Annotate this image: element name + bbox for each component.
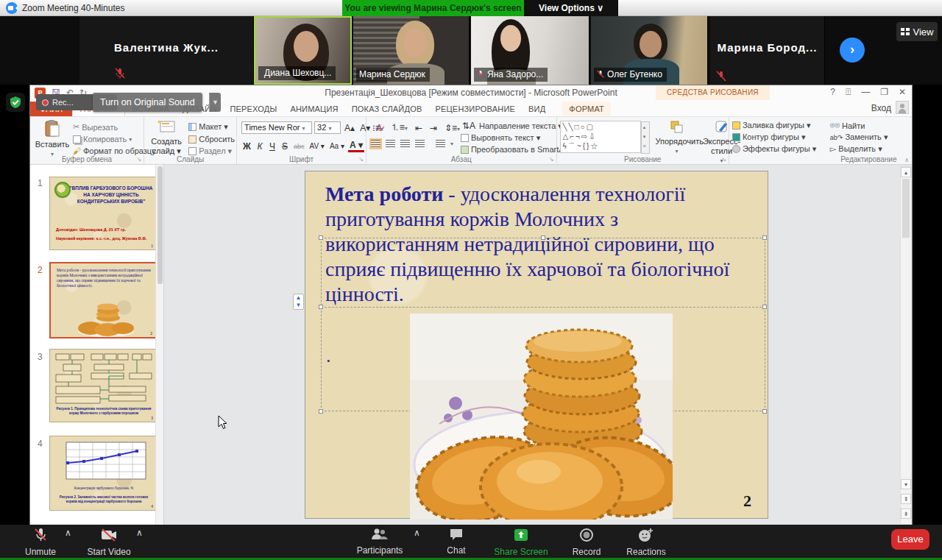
share-screen-button[interactable]: Share Screen xyxy=(489,528,553,557)
layout-button[interactable]: Макет ▾ xyxy=(188,122,235,132)
leave-button[interactable]: Leave xyxy=(891,529,929,550)
align-center-button[interactable] xyxy=(386,140,395,148)
thumbnail-slide-3[interactable]: Рисунок 1. Принципова технологічна схема… xyxy=(49,349,157,422)
slide-canvas[interactable]: Мета роботи - удосконалення технології п… xyxy=(305,171,768,519)
video-options-caret[interactable]: ∧ xyxy=(136,528,143,538)
grow-font-button[interactable]: А▴ xyxy=(343,123,356,133)
tab-review[interactable]: РЕЦЕНЗИРОВАНИЕ xyxy=(428,102,522,116)
mic-options-caret[interactable]: ∧ xyxy=(65,528,71,538)
font-color-button[interactable]: А ▾ xyxy=(348,140,364,152)
scroll-thumb[interactable] xyxy=(902,179,910,238)
view-layout-button[interactable]: View xyxy=(896,22,938,41)
participants-caret[interactable]: ∧ xyxy=(414,528,420,538)
tab-format[interactable]: ФОРМАТ xyxy=(562,102,611,116)
character-spacing-button[interactable]: AV ▾ xyxy=(308,142,325,150)
bold-button[interactable]: Ж xyxy=(241,141,252,152)
dialog-launcher-icon[interactable]: ↘ xyxy=(721,156,726,163)
participant-tile-diana-active-speaker[interactable]: Диана Шеховц... xyxy=(254,16,352,85)
participant-tile-borod[interactable]: Марина Бород... xyxy=(710,16,825,85)
thumbnail-slide-1[interactable]: "ВПЛИВ ГАРБУЗОВОГО БОРОШНА НА ХАРЧОВУ ЦІ… xyxy=(49,177,157,250)
resize-handle[interactable] xyxy=(319,305,323,309)
thumbnail-slide-4[interactable]: Концентрація гарбузового борошна, % Рису… xyxy=(49,436,157,511)
decrease-indent-icon[interactable]: ⇤ xyxy=(414,123,424,133)
participant-tile-yana[interactable]: Яна Задоро... xyxy=(471,16,589,85)
increase-indent-icon[interactable]: ⇥ xyxy=(428,123,439,133)
justify-button[interactable] xyxy=(415,140,425,148)
view-options-button[interactable]: View Options ∨ xyxy=(524,0,618,16)
start-video-button[interactable]: Start Video xyxy=(79,528,138,557)
shapes-row[interactable]: ╲╲□○▢ xyxy=(563,122,638,132)
align-left-button[interactable] xyxy=(371,140,380,148)
thumbnails-scrollbar[interactable] xyxy=(155,165,163,525)
replace-button[interactable]: ab↷Заменить ▾ xyxy=(830,132,888,142)
slide-scrollbar[interactable]: ▴ ▾ ⇞ ⇟ xyxy=(900,166,912,525)
subscript-button[interactable]: abc xyxy=(292,143,306,150)
shapes-row[interactable]: △⌐¬⇨⇩ xyxy=(563,132,638,141)
tab-animation[interactable]: АНИМАЦИЯ xyxy=(283,102,344,116)
bullets-button[interactable]: ⁝≡▾ xyxy=(371,123,385,133)
participant-tile-valentyna[interactable]: Валентина Жук... xyxy=(79,16,254,85)
shape-effects-button[interactable]: Эффекты фигуры ▾ xyxy=(732,144,816,154)
sign-in-link[interactable]: Вход xyxy=(871,103,891,113)
resize-handle[interactable] xyxy=(762,305,767,309)
strikethrough-button[interactable]: S xyxy=(280,141,290,152)
shape-outline-button[interactable]: Контур фигуры ▾ xyxy=(732,132,816,142)
reset-button[interactable]: Сбросить xyxy=(188,135,235,143)
resize-handle[interactable] xyxy=(319,409,323,414)
original-sound-dropdown[interactable]: ▼ xyxy=(209,93,221,112)
account-avatar[interactable] xyxy=(896,101,909,114)
resize-handle[interactable] xyxy=(762,235,767,240)
close-icon[interactable]: ✕ xyxy=(899,87,906,97)
paste-button[interactable]: Вставить▾ xyxy=(35,120,70,159)
previous-slide-icon[interactable]: ⇞ xyxy=(901,494,911,504)
dialog-launcher-icon[interactable]: ↘ xyxy=(136,156,141,163)
font-size-combobox[interactable]: 32 ▾ xyxy=(314,121,341,134)
tab-view[interactable]: ВИД xyxy=(522,102,552,116)
next-participants-arrow[interactable]: › xyxy=(840,38,865,63)
resize-handle[interactable] xyxy=(541,235,545,240)
numbering-button[interactable]: ⒈≡▾ xyxy=(389,121,409,134)
dialog-launcher-icon[interactable]: ↘ xyxy=(358,156,364,163)
line-spacing-button[interactable]: ⇕≡▾ xyxy=(443,123,461,133)
unmute-button[interactable]: Unmute xyxy=(15,528,66,557)
collapse-ribbon-icon[interactable]: ∧ xyxy=(904,157,909,163)
participants-button[interactable]: Participants xyxy=(352,528,408,556)
align-right-button[interactable] xyxy=(400,140,410,148)
thumbnail-slide-2-selected[interactable]: Мета роботи - удосконалення технології п… xyxy=(49,262,157,339)
find-button[interactable]: ⌾⌾Найти xyxy=(830,121,888,130)
format-painter-button[interactable]: 🖌Формат по образцу xyxy=(73,146,156,155)
record-button[interactable]: Record xyxy=(564,528,609,557)
participant-tile-serdiuk[interactable]: Марина Сердюк xyxy=(353,16,470,85)
change-case-button[interactable]: Aa ▾ xyxy=(328,142,346,150)
scroll-up-icon[interactable]: ▴ xyxy=(901,167,911,177)
underline-button[interactable]: Ч xyxy=(267,141,277,152)
restore-icon[interactable]: ❐ xyxy=(880,87,888,97)
shapes-scroll[interactable]: ▴▾≡ xyxy=(641,121,650,154)
help-icon[interactable]: ? xyxy=(830,87,835,97)
turn-on-original-sound-button[interactable]: Turn on Original Sound xyxy=(93,93,202,112)
select-button[interactable]: ▻Выделить ▾ xyxy=(830,144,888,154)
arrange-button[interactable]: Упорядочить▾ xyxy=(656,120,698,156)
ribbon-options-icon[interactable]: ⍐ xyxy=(846,87,851,97)
tab-transitions[interactable]: ПЕРЕХОДЫ xyxy=(223,102,283,116)
autofit-options-button[interactable]: ▲▼ xyxy=(293,294,304,310)
chat-button[interactable]: Chat xyxy=(439,528,474,556)
participant-tile-oleh[interactable]: Олег Бутенко xyxy=(591,16,708,85)
italic-button[interactable]: К xyxy=(255,141,265,152)
resize-handle[interactable] xyxy=(319,235,323,240)
next-slide-icon[interactable]: ⇟ xyxy=(901,508,911,519)
cut-button[interactable]: ✂Вырезать xyxy=(73,122,156,132)
shape-fill-button[interactable]: Заливка фигуры ▾ xyxy=(732,121,816,130)
cookies-photo[interactable] xyxy=(410,313,673,520)
resize-handle[interactable] xyxy=(762,409,767,414)
font-family-combobox[interactable]: Times New Ror ▾ xyxy=(241,121,312,134)
scroll-down-icon[interactable]: ▾ xyxy=(901,479,911,489)
shapes-row[interactable]: ϟ⌒~{}☆ xyxy=(563,141,638,151)
dialog-launcher-icon[interactable]: ↘ xyxy=(549,156,554,163)
new-slide-button[interactable]: Создать слайд ▾ xyxy=(147,120,185,156)
copy-button[interactable]: Копировать ▾ xyxy=(73,135,156,143)
shapes-gallery[interactable]: ╲╲□○▢ △⌐¬⇨⇩ ϟ⌒~{}☆ ▴▾≡ xyxy=(560,121,641,153)
minimize-icon[interactable]: — xyxy=(861,87,870,97)
columns-button[interactable] xyxy=(436,140,445,148)
reactions-button[interactable]: Reactions xyxy=(620,528,673,557)
